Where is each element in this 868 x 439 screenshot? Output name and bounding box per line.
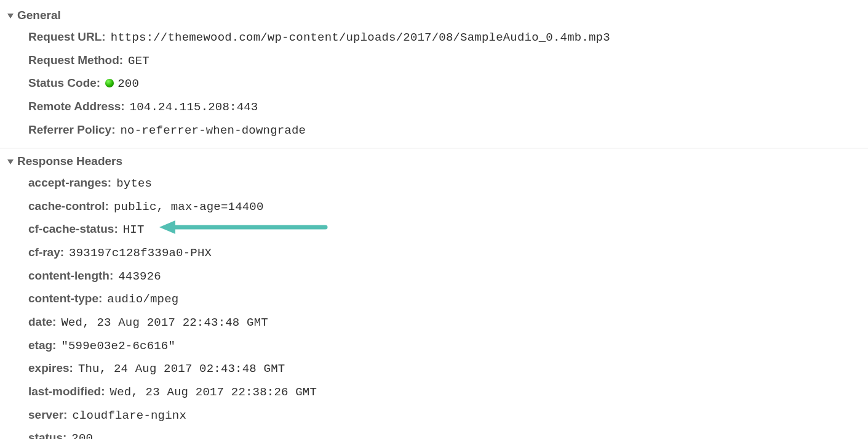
section-response-headers-header[interactable]: Response Headers [7,151,861,172]
label-server: server: [28,407,67,423]
row-request-method: Request Method: GET [28,49,861,73]
value-cache-control: public, max-age=14400 [114,199,264,215]
label-cf-cache-status: cf-cache-status: [28,221,118,237]
arrow-left-icon [159,218,332,236]
value-date: Wed, 23 Aug 2017 22:43:48 GMT [61,315,268,331]
row-referrer-policy: Referrer Policy: no-referrer-when-downgr… [28,119,861,142]
value-content-length: 443926 [118,269,161,285]
label-accept-ranges: accept-ranges: [28,175,111,191]
row-expires: expires: Thu, 24 Aug 2017 02:43:48 GMT [28,357,861,381]
section-response-headers-rows: accept-ranges: bytes cache-control: publ… [7,172,861,439]
value-request-method: GET [128,54,149,70]
row-cf-ray: cf-ray: 393197c128f339a0-PHX [28,241,861,265]
section-general: General Request URL: https://themewood.c… [0,2,868,148]
row-status-code: Status Code: 200 [28,72,861,95]
row-accept-ranges: accept-ranges: bytes [28,172,861,195]
disclosure-triangle-icon [7,14,14,18]
label-request-method: Request Method: [28,52,123,68]
section-general-rows: Request URL: https://themewood.com/wp-co… [7,26,861,142]
row-cf-cache-status: cf-cache-status: HIT [28,218,861,241]
value-request-url: https://themewood.com/wp-content/uploads… [111,30,610,46]
label-last-modified: last-modified: [28,384,105,400]
row-server: server: cloudflare-nginx [28,404,861,427]
label-content-length: content-length: [28,268,113,284]
row-date: date: Wed, 23 Aug 2017 22:43:48 GMT [28,311,861,334]
value-last-modified: Wed, 23 Aug 2017 22:38:26 GMT [110,385,317,401]
disclosure-triangle-icon [7,159,14,164]
label-status-code: Status Code: [28,75,100,91]
svg-marker-1 [159,220,175,234]
row-last-modified: last-modified: Wed, 23 Aug 2017 22:38:26… [28,381,861,404]
value-content-type: audio/mpeg [107,292,178,308]
value-cf-ray: 393197c128f339a0-PHX [69,246,212,262]
label-cache-control: cache-control: [28,198,109,214]
row-content-length: content-length: 443926 [28,265,861,288]
status-code-text: 200 [117,77,139,91]
row-remote-address: Remote Address: 104.24.115.208:443 [28,95,861,119]
section-general-title: General [17,9,61,22]
annotation-arrow [159,222,332,233]
label-status: status: [28,430,66,439]
label-referrer-policy: Referrer Policy: [28,122,116,138]
value-remote-address: 104.24.115.208:443 [130,100,258,116]
value-referrer-policy: no-referrer-when-downgrade [121,123,306,139]
value-expires: Thu, 24 Aug 2017 02:43:48 GMT [78,361,285,377]
row-request-url: Request URL: https://themewood.com/wp-co… [28,26,861,49]
value-cf-cache-status: HIT [123,222,145,238]
section-response-headers-title: Response Headers [17,155,122,168]
row-cache-control: cache-control: public, max-age=14400 [28,195,861,219]
label-date: date: [28,314,56,330]
label-expires: expires: [28,360,73,376]
value-server: cloudflare-nginx [72,408,186,424]
section-response-headers: Response Headers accept-ranges: bytes ca… [0,148,868,439]
section-general-header[interactable]: General [7,5,861,26]
label-cf-ray: cf-ray: [28,244,64,260]
value-etag: "599e03e2-6c616" [61,339,175,355]
label-remote-address: Remote Address: [28,99,125,115]
value-status-code: 200 [105,76,139,92]
row-content-type: content-type: audio/mpeg [28,288,861,311]
headers-panel: General Request URL: https://themewood.c… [0,0,868,439]
label-etag: etag: [28,337,56,353]
label-content-type: content-type: [28,291,102,307]
value-status: 200 [71,431,93,439]
row-status: status: 200 [28,427,861,439]
value-accept-ranges: bytes [116,176,152,192]
label-request-url: Request URL: [28,29,106,45]
status-dot-icon [105,79,114,87]
row-etag: etag: "599e03e2-6c616" [28,334,861,358]
